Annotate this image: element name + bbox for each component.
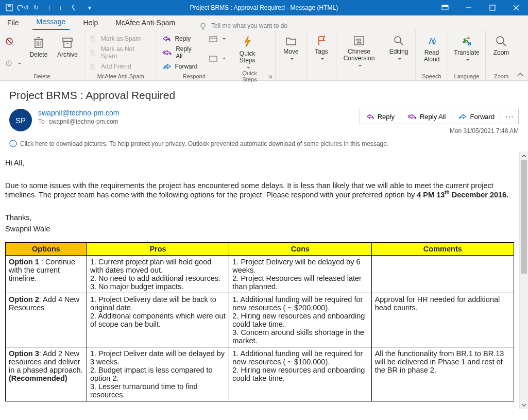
ribbon: Delete Archive Delete Mark as Spam Mark … bbox=[0, 30, 528, 81]
chinese-conversion-button[interactable]: 繁 Chinese Conversion bbox=[339, 32, 379, 67]
flag-icon bbox=[316, 35, 327, 46]
close-icon[interactable] bbox=[504, 0, 528, 15]
undo-icon[interactable]: ↺ bbox=[16, 2, 29, 14]
prev-item-icon[interactable]: ↑ bbox=[43, 2, 56, 14]
group-label-quicksteps: Quick Steps bbox=[234, 70, 265, 82]
greeting: Hi All, bbox=[5, 159, 514, 167]
reply-label: Reply bbox=[175, 35, 191, 42]
junk-dropdown-icon[interactable] bbox=[3, 59, 23, 68]
zoom-icon bbox=[495, 35, 507, 47]
tab-message[interactable]: Message bbox=[32, 15, 70, 30]
ribbon-group-delete: Delete Archive Delete bbox=[0, 30, 84, 80]
cell-comments: Approval for HR needed for additional he… bbox=[371, 293, 514, 347]
quick-steps-button[interactable]: Quick Steps bbox=[234, 32, 260, 69]
cell-pros: 1. Project Deliver date will be delayed … bbox=[87, 347, 229, 401]
reply-all-icon bbox=[407, 113, 417, 120]
maximize-icon[interactable] bbox=[481, 0, 504, 15]
tags-button[interactable]: Tags bbox=[310, 32, 333, 60]
move-button[interactable]: Move bbox=[279, 32, 303, 60]
translate-button[interactable]: あa Translate bbox=[451, 32, 482, 61]
scroll-up-icon[interactable] bbox=[520, 152, 528, 160]
svg-rect-3 bbox=[442, 5, 448, 7]
meeting-icon[interactable] bbox=[207, 34, 228, 43]
delete-button[interactable]: Delete bbox=[25, 32, 52, 58]
ellipsis-icon: ··· bbox=[505, 113, 514, 121]
more-respond-icon[interactable] bbox=[207, 54, 228, 63]
save-icon[interactable] bbox=[3, 2, 15, 14]
ribbon-display-icon[interactable] bbox=[433, 0, 457, 15]
tab-mcafee[interactable]: McAfee Anti-Spam bbox=[111, 16, 179, 30]
forward-icon bbox=[162, 63, 172, 70]
lightning-icon bbox=[242, 35, 253, 48]
qat-customize-icon[interactable]: ▾ bbox=[83, 2, 96, 14]
reply-all-label: Reply All bbox=[176, 45, 199, 60]
svg-rect-20 bbox=[63, 38, 72, 41]
deadline-sup: th bbox=[445, 190, 449, 195]
tab-help[interactable]: Help bbox=[79, 16, 102, 30]
header-forward-label: Forward bbox=[470, 113, 495, 121]
cell-cons: 1. Additional funding will be required f… bbox=[229, 293, 371, 347]
scroll-down-icon[interactable] bbox=[520, 400, 528, 409]
zoom-label: Zoom bbox=[493, 49, 509, 56]
archive-icon bbox=[61, 35, 74, 49]
dialog-launcher-icon[interactable]: ⇲ bbox=[268, 74, 272, 79]
redo-icon[interactable]: ↻ bbox=[30, 2, 42, 14]
tell-me[interactable]: Tell me what you want to do bbox=[199, 22, 287, 30]
cell-comments: All the functionality from BR.1 to BR.13… bbox=[371, 347, 514, 401]
th-pros: Pros bbox=[87, 242, 229, 255]
translate-icon: あa bbox=[460, 35, 473, 47]
svg-rect-21 bbox=[64, 41, 71, 47]
add-friend-label: Add Friend bbox=[101, 63, 131, 70]
avatar[interactable]: SP bbox=[9, 109, 32, 131]
minimize-icon[interactable] bbox=[457, 0, 481, 15]
next-item-icon[interactable]: ↓ bbox=[57, 2, 69, 14]
reply-button[interactable]: Reply bbox=[160, 34, 201, 43]
thanks: Thanks, bbox=[5, 213, 514, 222]
vertical-scrollbar[interactable] bbox=[519, 152, 528, 409]
attachment-icon[interactable] bbox=[70, 2, 82, 14]
forward-button[interactable]: Forward bbox=[160, 62, 201, 71]
svg-point-31 bbox=[395, 37, 401, 43]
message-header: Project BRMS : Approval Required SP swap… bbox=[0, 81, 528, 152]
header-reply-button[interactable]: Reply bbox=[360, 109, 401, 124]
ribbon-group-respond: Reply Reply All Forward Respond bbox=[157, 30, 231, 80]
archive-button[interactable]: Archive bbox=[54, 32, 81, 58]
svg-line-37 bbox=[503, 43, 506, 46]
forward-icon bbox=[458, 113, 467, 120]
collapse-ribbon-icon[interactable] bbox=[517, 30, 528, 80]
editing-button[interactable]: Editing bbox=[385, 32, 412, 60]
from-address[interactable]: swapnil@techno-pm.com bbox=[38, 109, 353, 117]
to-address[interactable]: swapnil@techno-pm.com bbox=[49, 118, 118, 125]
header-reply-all-button[interactable]: Reply All bbox=[401, 109, 453, 124]
add-friend-button: Add Friend bbox=[88, 62, 154, 71]
menu-tabs: File Message Help McAfee Anti-Spam Tell … bbox=[0, 15, 528, 30]
reply-icon bbox=[366, 113, 374, 120]
zoom-button[interactable]: Zoom bbox=[489, 32, 514, 56]
deadline-pre: 4 PM 13 bbox=[417, 191, 445, 199]
message-body: Hi All, Due to some issues with the requ… bbox=[0, 152, 519, 409]
tab-file[interactable]: File bbox=[3, 16, 23, 30]
read-aloud-button[interactable]: A Read Aloud bbox=[419, 32, 445, 63]
tags-label: Tags bbox=[315, 48, 328, 55]
download-pictures-bar[interactable]: i Click here to download pictures. To he… bbox=[9, 140, 519, 147]
window-controls bbox=[433, 0, 528, 15]
header-forward-button[interactable]: Forward bbox=[452, 109, 501, 124]
cell-option: Option 2: Add 4 New Resources bbox=[6, 293, 87, 347]
scroll-track[interactable] bbox=[520, 160, 528, 400]
more-actions-button[interactable]: ··· bbox=[501, 109, 519, 124]
svg-rect-5 bbox=[490, 5, 495, 10]
trash-icon bbox=[32, 35, 45, 49]
lightbulb-icon bbox=[199, 22, 207, 30]
chinese-icon: 繁 bbox=[353, 35, 365, 46]
scroll-thumb[interactable] bbox=[521, 160, 527, 274]
junk-icon[interactable] bbox=[3, 36, 23, 46]
download-pictures-text: Click here to download pictures. To help… bbox=[20, 140, 388, 147]
table-row: Option 1 : Continue with the current tim… bbox=[6, 255, 514, 293]
window-title: Project BRMS : Approval Required - Messa… bbox=[190, 4, 338, 11]
reply-all-button[interactable]: Reply All bbox=[160, 44, 201, 61]
header-reply-label: Reply bbox=[378, 113, 395, 121]
chinese-label: Chinese Conversion bbox=[344, 48, 375, 62]
header-reply-all-label: Reply All bbox=[420, 113, 446, 121]
table-row: Option 3: Add 2 New resources and delive… bbox=[6, 347, 514, 401]
reply-icon bbox=[162, 35, 172, 42]
